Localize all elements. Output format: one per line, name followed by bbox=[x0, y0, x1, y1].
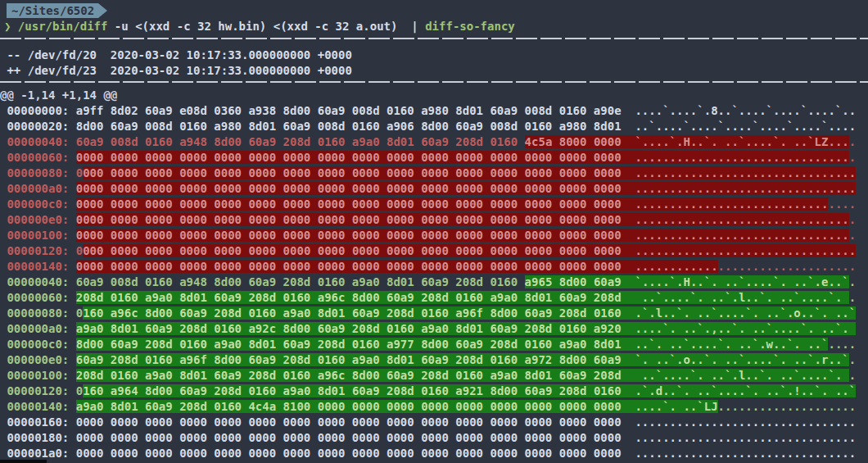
diff-text-segment: 000000a0: bbox=[0, 322, 76, 335]
diff-text-segment: 00000180: 0000 0000 0000 0000 0000 0000 … bbox=[0, 431, 856, 444]
diff-text-segment: .... bbox=[828, 338, 856, 351]
diff-text-segment: 00000120: 0 bbox=[0, 244, 83, 257]
command-line[interactable]: ❯ /usr/bin/diff -u <(xxd -c 32 hw.bin) <… bbox=[4, 19, 515, 34]
command-binary: /usr/bin/diff bbox=[18, 20, 108, 33]
diff-line-add: 00000040: 60a9 008d 0160 a948 8d00 60a9 … bbox=[0, 275, 856, 290]
diff-highlight-segment: 0000 0000 0000 0000 0000 0000 0000 0000 … bbox=[76, 151, 849, 164]
diff-highlight-segment: a9a0 8d01 60a9 208d 0160 4c4a 8100 0000 … bbox=[76, 400, 718, 413]
diff-line-add: 000000e0: 60a9 208d 0160 a96f 8d00 60a9 … bbox=[0, 352, 856, 368]
diff-highlight-segment: 208d 0160 a9a0 8d01 60a9 208d 0160 a96c … bbox=[76, 291, 849, 304]
diff-line-del: 00000120: 0000 0000 0000 0000 0000 0000 … bbox=[0, 243, 856, 259]
diff-text-segment: 000000e0: bbox=[0, 213, 76, 226]
diff-old-file-header: -- /dev/fd/20 2020-03-02 10:17:33.000000… bbox=[0, 48, 352, 63]
diff-line-ctx: 00000160: 0000 0000 0000 0000 0000 0000 … bbox=[0, 415, 856, 430]
diff-text-segment: 000000e0: bbox=[0, 353, 76, 366]
diff-text-segment: .... bbox=[828, 197, 856, 211]
diff-text-segment: 00000080: 0 bbox=[0, 306, 83, 320]
diff-text-segment: . bbox=[849, 135, 856, 148]
next-line-sliver bbox=[0, 460, 47, 463]
diff-text-segment: . bbox=[849, 369, 856, 382]
command-filter: diff-so-fancy bbox=[425, 20, 515, 33]
diff-text-segment: . bbox=[849, 151, 856, 164]
diff-text-segment: . bbox=[849, 213, 856, 226]
diff-line-add: 00000140: a9a0 8d01 60a9 208d 0160 4c4a … bbox=[0, 399, 856, 415]
diff-highlight-segment: 0000 0000 0000 0000 0000 0000 0000 0000 … bbox=[76, 229, 849, 242]
diff-highlight-segment: 60a9 208d 0160 a96f 8d00 60a9 208d 0160 … bbox=[76, 353, 849, 366]
diff-text-segment: 00000040: 60a9 008d 0160 a948 8d00 60a9 … bbox=[0, 135, 525, 148]
diff-text-segment: .................... bbox=[718, 260, 857, 273]
diff-line-add: 00000120: 0160 a964 8d00 60a9 208d 0160 … bbox=[0, 384, 856, 399]
diff-text-segment: . bbox=[849, 291, 856, 304]
diff-text-segment: 000001a0: 0000 0000 0000 0000 0000 0000 … bbox=[0, 447, 856, 460]
diff-highlight-segment: 8d00 60a9 208d 0160 a9a0 8d01 60a9 208d … bbox=[76, 338, 829, 351]
diff-text-segment: 00000020: 8d00 60a9 008d 0160 a980 8d01 … bbox=[0, 120, 856, 133]
diff-line-del: 00000100: 0000 0000 0000 0000 0000 0000 … bbox=[0, 228, 856, 243]
diff-highlight-segment: a9a0 8d01 60a9 208d 0160 a92c 8d00 60a9 … bbox=[76, 322, 856, 335]
separator-line bbox=[0, 81, 868, 83]
diff-highlight-segment: 0000 0000 0000 0000 0000 0000 0000 0000 … bbox=[76, 182, 856, 195]
diff-line-del: 00000140: 0000 0000 0000 0000 0000 0000 … bbox=[0, 259, 856, 275]
diff-line-add: 00000080: 0160 a96c 8d00 60a9 208d 0160 … bbox=[0, 306, 856, 321]
diff-highlight-segment: 0000 0000 0000 0000 0000 0000 0000 0000 … bbox=[76, 213, 849, 226]
diff-new-file-header: ++ /dev/fd/23 2020-03-02 10:17:33.000000… bbox=[0, 63, 352, 79]
diff-highlight-segment: 0000 0000 0000 0000 0000 0000 0000 0000 … bbox=[76, 197, 829, 211]
diff-text-segment: 00000060: bbox=[0, 151, 76, 164]
diff-line-add: 000000a0: a9a0 8d01 60a9 208d 0160 a92c … bbox=[0, 321, 856, 337]
tab-powerline-arrow-icon bbox=[98, 3, 107, 18]
diff-text-segment: . bbox=[849, 353, 856, 366]
diff-text-segment: 00000080: 0 bbox=[0, 166, 83, 179]
diff-text-segment: 000000c0: bbox=[0, 338, 76, 351]
diff-line-ctx: 00000020: 8d00 60a9 008d 0160 a980 8d01 … bbox=[0, 119, 856, 134]
diff-text-segment: 00000040: 60a9 008d 0160 a948 8d00 60a9 … bbox=[0, 275, 525, 288]
command-args: -u <(xxd -c 32 hw.bin) <(xxd -c 32 a.out… bbox=[107, 20, 411, 33]
diff-highlight-segment: a965 8d00 60a9 `....`.H..`. ..`....`. ..… bbox=[525, 275, 849, 288]
terminal-tab[interactable]: ~/Sites/6502 bbox=[7, 3, 98, 18]
diff-line-del: 00000040: 60a9 008d 0160 a948 8d00 60a9 … bbox=[0, 134, 856, 150]
diff-line-ctx: 00000000: a9ff 8d02 60a9 e08d 0360 a938 … bbox=[0, 103, 856, 119]
command-pipe: | bbox=[411, 20, 425, 33]
diff-line-del: 000000c0: 0000 0000 0000 0000 0000 0000 … bbox=[0, 197, 856, 212]
diff-text-segment: 000000a0: bbox=[0, 182, 76, 195]
diff-line-ctx: 000001a0: 0000 0000 0000 0000 0000 0000 … bbox=[0, 446, 856, 461]
prompt-chevron-icon: ❯ bbox=[4, 20, 18, 33]
diff-text-segment: 00000060: bbox=[0, 291, 76, 304]
separator-line bbox=[0, 38, 868, 39]
diff-highlight-segment: 208d 0160 a9a0 8d01 60a9 208d 0160 a96c … bbox=[76, 369, 849, 382]
terminal-screen[interactable]: { "window": { "tab_title": "~/Sites/6502… bbox=[0, 0, 868, 463]
diff-text-segment: 000000c0: bbox=[0, 197, 76, 211]
diff-line-del: 000000e0: 0000 0000 0000 0000 0000 0000 … bbox=[0, 212, 856, 228]
diff-line-del: 000000a0: 0000 0000 0000 0000 0000 0000 … bbox=[0, 181, 856, 197]
diff-line-add: 000000c0: 8d00 60a9 208d 0160 a9a0 8d01 … bbox=[0, 337, 856, 352]
diff-text-segment: . bbox=[849, 275, 856, 288]
diff-line-add: 00000100: 208d 0160 a9a0 8d01 60a9 208d … bbox=[0, 368, 856, 384]
diff-body: @@ -1,14 +1,14 @@ 00000000: a9ff 8d02 60… bbox=[0, 88, 856, 461]
diff-text-segment: 00000140: bbox=[0, 400, 76, 413]
diff-line-del: 00000060: 0000 0000 0000 0000 0000 0000 … bbox=[0, 150, 856, 166]
diff-line-ctx: 00000180: 0000 0000 0000 0000 0000 0000 … bbox=[0, 430, 856, 446]
diff-highlight-segment: 160 a96c 8d00 60a9 208d 0160 a9a0 8d01 6… bbox=[83, 306, 856, 320]
diff-line-add: 00000060: 208d 0160 a9a0 8d01 60a9 208d … bbox=[0, 290, 856, 306]
tab-title: ~/Sites/6502 bbox=[11, 4, 94, 17]
diff-highlight-segment: 0000 0000 0000 0000 0000 0000 0000 0000 … bbox=[76, 260, 718, 273]
diff-line-del: 00000080: 0000 0000 0000 0000 0000 0000 … bbox=[0, 166, 856, 181]
diff-text-segment: 00000140: bbox=[0, 260, 76, 273]
diff-text-segment: . bbox=[849, 229, 856, 242]
diff-text-segment: @@ -1,14 +1,14 @@ bbox=[0, 89, 117, 102]
diff-text-segment: 00000000: a9ff 8d02 60a9 e08d 0360 a938 … bbox=[0, 104, 856, 117]
diff-text-segment: 00000100: bbox=[0, 369, 76, 382]
diff-highlight-segment: 4c5a 8000 0000 `....`.H..`. ..`....`. ..… bbox=[525, 135, 849, 148]
diff-line-hunk: @@ -1,14 +1,14 @@ bbox=[0, 88, 856, 103]
diff-highlight-segment: 160 a964 8d00 60a9 208d 0160 a9a0 8d01 6… bbox=[83, 384, 856, 397]
diff-highlight-segment: 000 0000 0000 0000 0000 0000 0000 0000 0… bbox=[83, 244, 856, 257]
diff-text-segment: 00000120: 0 bbox=[0, 384, 83, 397]
diff-text-segment: 00000100: bbox=[0, 229, 76, 242]
diff-text-segment: .................... bbox=[718, 400, 857, 413]
diff-highlight-segment: 000 0000 0000 0000 0000 0000 0000 0000 0… bbox=[83, 166, 856, 179]
diff-text-segment: 00000160: 0000 0000 0000 0000 0000 0000 … bbox=[0, 415, 856, 429]
